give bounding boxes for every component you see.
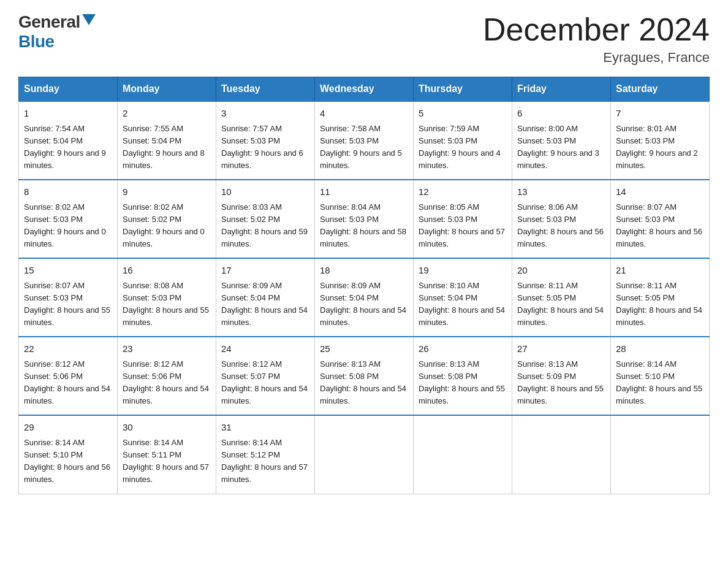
- logo-arrow-icon: [82, 14, 96, 28]
- calendar-cell: 30 Sunrise: 8:14 AMSunset: 5:11 PMDaylig…: [118, 415, 216, 494]
- calendar-cell: [315, 415, 414, 494]
- day-number: 20: [517, 264, 605, 278]
- day-number: 28: [616, 342, 704, 356]
- day-number: 3: [221, 107, 309, 121]
- day-number: 4: [320, 107, 408, 121]
- day-info: Sunrise: 8:12 AMSunset: 5:07 PMDaylight:…: [221, 358, 309, 408]
- day-info: Sunrise: 8:13 AMSunset: 5:08 PMDaylight:…: [320, 358, 408, 408]
- calendar-cell: 9 Sunrise: 8:02 AMSunset: 5:02 PMDayligh…: [118, 180, 216, 258]
- day-number: 8: [24, 185, 112, 199]
- location: Eyragues, France: [483, 50, 710, 66]
- day-info: Sunrise: 8:01 AMSunset: 5:03 PMDaylight:…: [616, 123, 704, 172]
- day-number: 14: [616, 185, 704, 199]
- calendar-cell: 16 Sunrise: 8:08 AMSunset: 5:03 PMDaylig…: [118, 258, 216, 337]
- calendar-cell: 4 Sunrise: 7:58 AMSunset: 5:03 PMDayligh…: [315, 101, 414, 180]
- calendar-cell: [512, 415, 611, 494]
- day-number: 29: [24, 421, 112, 435]
- calendar-cell: 17 Sunrise: 8:09 AMSunset: 5:04 PMDaylig…: [216, 258, 315, 337]
- calendar-table: SundayMondayTuesdayWednesdayThursdayFrid…: [18, 77, 710, 494]
- day-info: Sunrise: 8:02 AMSunset: 5:03 PMDaylight:…: [24, 201, 112, 251]
- day-info: Sunrise: 8:08 AMSunset: 5:03 PMDaylight:…: [123, 280, 211, 329]
- calendar-cell: 8 Sunrise: 8:02 AMSunset: 5:03 PMDayligh…: [19, 180, 118, 258]
- calendar-cell: 5 Sunrise: 7:59 AMSunset: 5:03 PMDayligh…: [414, 101, 512, 180]
- day-number: 18: [320, 264, 408, 278]
- day-info: Sunrise: 8:12 AMSunset: 5:06 PMDaylight:…: [24, 358, 112, 408]
- calendar-cell: 13 Sunrise: 8:06 AMSunset: 5:03 PMDaylig…: [512, 180, 611, 258]
- day-number: 5: [419, 107, 507, 121]
- weekday-header-friday: Friday: [512, 77, 611, 102]
- calendar-cell: 6 Sunrise: 8:00 AMSunset: 5:03 PMDayligh…: [512, 101, 611, 180]
- day-info: Sunrise: 7:58 AMSunset: 5:03 PMDaylight:…: [320, 123, 408, 172]
- day-info: Sunrise: 8:11 AMSunset: 5:05 PMDaylight:…: [616, 280, 704, 329]
- day-number: 16: [123, 264, 211, 278]
- day-number: 27: [517, 342, 605, 356]
- calendar-cell: 23 Sunrise: 8:12 AMSunset: 5:06 PMDaylig…: [118, 337, 216, 415]
- calendar-cell: [611, 415, 710, 494]
- day-number: 13: [517, 185, 605, 199]
- day-info: Sunrise: 8:14 AMSunset: 5:10 PMDaylight:…: [616, 358, 704, 408]
- weekday-header-row: SundayMondayTuesdayWednesdayThursdayFrid…: [19, 77, 710, 102]
- weekday-header-wednesday: Wednesday: [315, 77, 414, 102]
- day-number: 11: [320, 185, 408, 199]
- calendar-cell: [414, 415, 512, 494]
- day-number: 7: [616, 107, 704, 121]
- day-info: Sunrise: 8:05 AMSunset: 5:03 PMDaylight:…: [419, 201, 507, 251]
- calendar-cell: 10 Sunrise: 8:03 AMSunset: 5:02 PMDaylig…: [216, 180, 315, 258]
- weekday-header-tuesday: Tuesday: [216, 77, 315, 102]
- weekday-header-monday: Monday: [118, 77, 216, 102]
- day-info: Sunrise: 8:07 AMSunset: 5:03 PMDaylight:…: [616, 201, 704, 251]
- day-number: 6: [517, 107, 605, 121]
- day-info: Sunrise: 8:10 AMSunset: 5:04 PMDaylight:…: [419, 280, 507, 329]
- calendar-cell: 28 Sunrise: 8:14 AMSunset: 5:10 PMDaylig…: [611, 337, 710, 415]
- week-row-3: 15 Sunrise: 8:07 AMSunset: 5:03 PMDaylig…: [19, 258, 710, 337]
- logo: General Blue: [18, 12, 96, 52]
- day-number: 9: [123, 185, 211, 199]
- day-info: Sunrise: 8:13 AMSunset: 5:09 PMDaylight:…: [517, 358, 605, 408]
- day-number: 31: [221, 421, 309, 435]
- calendar-cell: 11 Sunrise: 8:04 AMSunset: 5:03 PMDaylig…: [315, 180, 414, 258]
- day-number: 25: [320, 342, 408, 356]
- week-row-2: 8 Sunrise: 8:02 AMSunset: 5:03 PMDayligh…: [19, 180, 710, 258]
- page-header: General Blue December 2024 Eyragues, Fra…: [18, 12, 710, 66]
- day-info: Sunrise: 7:57 AMSunset: 5:03 PMDaylight:…: [221, 123, 309, 172]
- calendar-cell: 29 Sunrise: 8:14 AMSunset: 5:10 PMDaylig…: [19, 415, 118, 494]
- day-number: 17: [221, 264, 309, 278]
- day-number: 12: [419, 185, 507, 199]
- logo-general-text: General: [18, 12, 80, 32]
- day-info: Sunrise: 8:04 AMSunset: 5:03 PMDaylight:…: [320, 201, 408, 251]
- week-row-4: 22 Sunrise: 8:12 AMSunset: 5:06 PMDaylig…: [19, 337, 710, 415]
- day-number: 22: [24, 342, 112, 356]
- day-number: 19: [419, 264, 507, 278]
- calendar-cell: 26 Sunrise: 8:13 AMSunset: 5:08 PMDaylig…: [414, 337, 512, 415]
- calendar-cell: 14 Sunrise: 8:07 AMSunset: 5:03 PMDaylig…: [611, 180, 710, 258]
- day-info: Sunrise: 8:09 AMSunset: 5:04 PMDaylight:…: [221, 280, 309, 329]
- calendar-cell: 3 Sunrise: 7:57 AMSunset: 5:03 PMDayligh…: [216, 101, 315, 180]
- day-number: 24: [221, 342, 309, 356]
- day-info: Sunrise: 8:00 AMSunset: 5:03 PMDaylight:…: [517, 123, 605, 172]
- calendar-cell: 21 Sunrise: 8:11 AMSunset: 5:05 PMDaylig…: [611, 258, 710, 337]
- day-info: Sunrise: 8:09 AMSunset: 5:04 PMDaylight:…: [320, 280, 408, 329]
- week-row-1: 1 Sunrise: 7:54 AMSunset: 5:04 PMDayligh…: [19, 101, 710, 180]
- calendar-cell: 2 Sunrise: 7:55 AMSunset: 5:04 PMDayligh…: [118, 101, 216, 180]
- day-info: Sunrise: 8:06 AMSunset: 5:03 PMDaylight:…: [517, 201, 605, 251]
- calendar-cell: 25 Sunrise: 8:13 AMSunset: 5:08 PMDaylig…: [315, 337, 414, 415]
- calendar-cell: 15 Sunrise: 8:07 AMSunset: 5:03 PMDaylig…: [19, 258, 118, 337]
- day-info: Sunrise: 8:12 AMSunset: 5:06 PMDaylight:…: [123, 358, 211, 408]
- day-info: Sunrise: 8:02 AMSunset: 5:02 PMDaylight:…: [123, 201, 211, 251]
- calendar-cell: 12 Sunrise: 8:05 AMSunset: 5:03 PMDaylig…: [414, 180, 512, 258]
- calendar-cell: 19 Sunrise: 8:10 AMSunset: 5:04 PMDaylig…: [414, 258, 512, 337]
- day-info: Sunrise: 8:14 AMSunset: 5:12 PMDaylight:…: [221, 437, 309, 486]
- day-info: Sunrise: 8:13 AMSunset: 5:08 PMDaylight:…: [419, 358, 507, 408]
- calendar-cell: 27 Sunrise: 8:13 AMSunset: 5:09 PMDaylig…: [512, 337, 611, 415]
- calendar-cell: 20 Sunrise: 8:11 AMSunset: 5:05 PMDaylig…: [512, 258, 611, 337]
- svg-marker-0: [82, 14, 96, 25]
- weekday-header-saturday: Saturday: [611, 77, 710, 102]
- day-number: 30: [123, 421, 211, 435]
- month-title: December 2024: [483, 12, 710, 47]
- calendar-cell: 22 Sunrise: 8:12 AMSunset: 5:06 PMDaylig…: [19, 337, 118, 415]
- day-info: Sunrise: 7:54 AMSunset: 5:04 PMDaylight:…: [24, 123, 112, 172]
- calendar-cell: 24 Sunrise: 8:12 AMSunset: 5:07 PMDaylig…: [216, 337, 315, 415]
- day-number: 1: [24, 107, 112, 121]
- day-number: 15: [24, 264, 112, 278]
- day-info: Sunrise: 8:14 AMSunset: 5:10 PMDaylight:…: [24, 437, 112, 486]
